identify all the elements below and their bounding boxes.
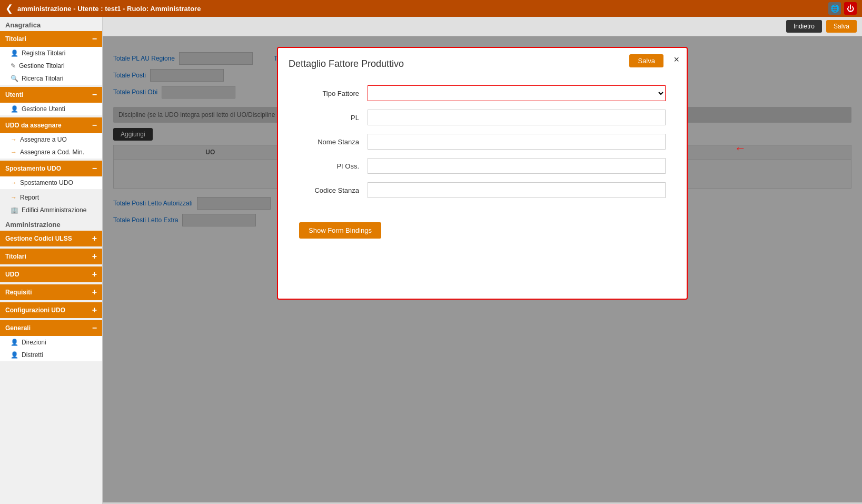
sidebar-group-configurazioni: Configurazioni UDO + bbox=[0, 302, 102, 318]
sidebar-group-utenti-header[interactable]: Utenti − bbox=[0, 87, 102, 103]
power-icon[interactable]: ⏻ bbox=[844, 2, 857, 15]
sidebar-item-ricerca-titolari[interactable]: 🔍 Ricerca Titolari bbox=[0, 72, 102, 85]
top-bar: ❮ amministrazione - Utente : test1 - Ruo… bbox=[0, 0, 862, 17]
modal-form-row-codice-stanza: Codice Stanza bbox=[299, 182, 666, 198]
modal-form-row-pl: PL bbox=[299, 110, 666, 125]
modal-form-row-tipo-fattore: Tipo Fattore bbox=[299, 85, 666, 101]
modal-overlay: ← Dettaglio Fattore Produttivo × Salva T… bbox=[103, 36, 862, 502]
nome-stanza-input[interactable] bbox=[368, 134, 666, 150]
red-arrow-indicator: ← bbox=[735, 142, 746, 155]
sidebar-group-titolari2: Titolari + bbox=[0, 249, 102, 264]
sidebar-group-requisiti-header[interactable]: Requisiti + bbox=[0, 284, 102, 300]
sidebar-item-registra-titolari[interactable]: 👤 Registra Titolari bbox=[0, 47, 102, 60]
arrow-icon: → bbox=[11, 179, 17, 186]
sidebar-item-distretti[interactable]: 👤 Distretti bbox=[0, 349, 102, 361]
sidebar-group-titolari-header[interactable]: Titolari − bbox=[0, 31, 102, 47]
sidebar-item-gestione-utenti[interactable]: 👤 Gestione Utenti bbox=[0, 103, 102, 115]
pl-input[interactable] bbox=[368, 110, 666, 125]
tipo-fattore-label: Tipo Fattore bbox=[299, 90, 368, 97]
edit-icon: ✎ bbox=[11, 62, 16, 70]
arrow-icon: → bbox=[11, 149, 17, 156]
sidebar-group-requisiti: Requisiti + bbox=[0, 284, 102, 300]
pl-label: PL bbox=[299, 114, 368, 122]
pi-oss-input[interactable] bbox=[368, 158, 666, 174]
sidebar-group-gestione-codici: Gestione Codici ULSS + bbox=[0, 231, 102, 246]
arrow-icon: → bbox=[11, 194, 17, 201]
sidebar-item-gestione-titolari[interactable]: ✎ Gestione Titolari bbox=[0, 60, 102, 72]
sidebar-item-assegnare-uo[interactable]: → Assegnare a UO bbox=[0, 133, 102, 146]
sidebar-item-spostamento-udo[interactable]: → Spostamento UDO bbox=[0, 176, 102, 189]
user-icon: 👤 bbox=[11, 351, 18, 359]
sidebar-group-spostamento-header[interactable]: Spostamento UDO − bbox=[0, 161, 102, 176]
building-icon: 🏢 bbox=[11, 206, 18, 214]
pi-oss-label: PI Oss. bbox=[299, 162, 368, 170]
modal-form-row-nome-stanza: Nome Stanza bbox=[299, 134, 666, 150]
globe-icon[interactable]: 🌐 bbox=[828, 2, 841, 15]
modal-close-button[interactable]: × bbox=[673, 54, 679, 65]
sidebar-item-edifici[interactable]: 🏢 Edifici Amministrazione bbox=[0, 204, 102, 216]
user-icon: 👤 bbox=[11, 339, 18, 346]
codice-stanza-input[interactable] bbox=[368, 182, 666, 198]
sidebar-item-assegnare-cod-min[interactable]: → Assegnare a Cod. Min. bbox=[0, 146, 102, 159]
sidebar-group-configurazioni-header[interactable]: Configurazioni UDO + bbox=[0, 302, 102, 318]
sidebar-group-udo-header[interactable]: UDO + bbox=[0, 266, 102, 282]
page-content: Totale PL AU Regione Totale PL AC Region… bbox=[103, 36, 862, 502]
arrow-icon: → bbox=[11, 136, 17, 143]
tipo-fattore-select[interactable] bbox=[368, 85, 666, 101]
anagrafica-header: Anagrafica bbox=[0, 17, 102, 31]
indietro-button[interactable]: Indietro bbox=[786, 20, 822, 33]
sidebar-item-report[interactable]: → Report bbox=[0, 191, 102, 204]
back-arrow-icon[interactable]: ❮ bbox=[5, 3, 13, 14]
content-area: Indietro Salva Totale PL AU Regione Tota… bbox=[103, 17, 862, 504]
sidebar-group-generali-header[interactable]: Generali − bbox=[0, 320, 102, 336]
modal-form-row-pi-oss: PI Oss. bbox=[299, 158, 666, 174]
user-icon: 👤 bbox=[11, 105, 18, 113]
sidebar-group-spostamento-udo: Spostamento UDO − → Spostamento UDO bbox=[0, 161, 102, 189]
modal-title: Dettaglio Fattore Produttivo bbox=[289, 58, 676, 70]
sidebar-group-utenti: Utenti − 👤 Gestione Utenti bbox=[0, 87, 102, 115]
sidebar-group-titolari: Titolari − 👤 Registra Titolari ✎ Gestion… bbox=[0, 31, 102, 85]
sidebar-group-gestione-codici-header[interactable]: Gestione Codici ULSS + bbox=[0, 231, 102, 246]
modal-salva-button[interactable]: Salva bbox=[629, 54, 663, 67]
codice-stanza-label: Codice Stanza bbox=[299, 186, 368, 194]
nome-stanza-label: Nome Stanza bbox=[299, 138, 368, 146]
sidebar-group-udo-assegnare: UDO da assegnare − → Assegnare a UO → As… bbox=[0, 117, 102, 159]
sidebar: Anagrafica Titolari − 👤 Registra Titolar… bbox=[0, 17, 103, 504]
sidebar-group-udo: UDO + bbox=[0, 266, 102, 282]
app-title: amministrazione - Utente : test1 - Ruolo… bbox=[17, 5, 201, 13]
user-icon: 👤 bbox=[11, 50, 18, 57]
sidebar-group-generali: Generali − 👤 Direzioni 👤 Distretti bbox=[0, 320, 102, 361]
action-bar: Indietro Salva bbox=[103, 17, 862, 36]
amministrazione-header: Amministrazione bbox=[0, 216, 102, 231]
modal-dettaglio-fattore: Dettaglio Fattore Produttivo × Salva Tip… bbox=[277, 47, 688, 300]
search-icon: 🔍 bbox=[11, 75, 18, 82]
sidebar-group-udo-assegnare-header[interactable]: UDO da assegnare − bbox=[0, 117, 102, 133]
sidebar-group-titolari2-header[interactable]: Titolari + bbox=[0, 249, 102, 264]
show-form-bindings-button[interactable]: Show Form Bindings bbox=[299, 222, 381, 239]
modal-form: Tipo Fattore PL Nome Stanza bbox=[289, 80, 676, 212]
salva-top-button[interactable]: Salva bbox=[826, 20, 857, 33]
sidebar-item-direzioni[interactable]: 👤 Direzioni bbox=[0, 336, 102, 349]
